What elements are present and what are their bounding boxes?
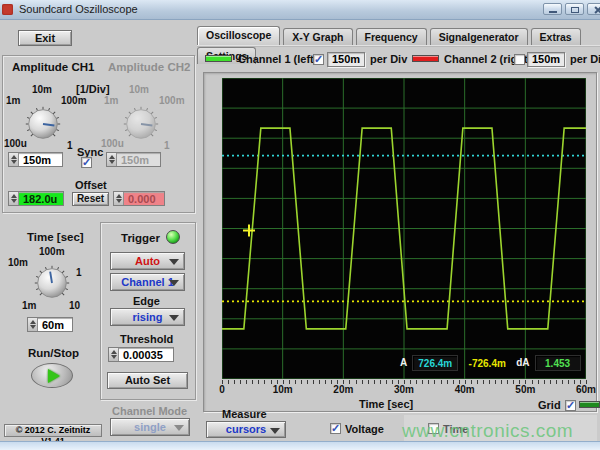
trigger-title: Trigger bbox=[121, 232, 160, 244]
chevron-down-icon bbox=[169, 315, 179, 321]
edge-label: Edge bbox=[133, 295, 160, 307]
chevron-down-icon bbox=[270, 428, 280, 434]
time-knob[interactable] bbox=[31, 262, 73, 304]
amplitude-ch1-knob[interactable] bbox=[22, 103, 64, 145]
tab-strip: Oscilloscope X-Y Graph Frequency Signalg… bbox=[197, 26, 600, 45]
offset-ch1-spinner[interactable] bbox=[9, 192, 19, 205]
ch2-knob-label-1: 1 bbox=[164, 140, 170, 151]
ch2-knob-label-1m: 1m bbox=[104, 95, 118, 106]
x-axis-title: Time [sec] bbox=[359, 398, 413, 410]
ch2-knob-label-10m: 10m bbox=[129, 84, 149, 95]
scope-display-panel: A 726.4m -726.4m dA 1.453 010m20m30m40m5… bbox=[203, 72, 597, 412]
copyright-text: © 2012 C. Zeitnitz V1.41 bbox=[4, 424, 102, 437]
channel1-scale-field[interactable]: 150m bbox=[327, 52, 365, 67]
tab-extras[interactable]: Extras bbox=[531, 28, 581, 45]
tab-signalgenerator[interactable]: Signalgenerator bbox=[430, 28, 528, 45]
run-stop-button[interactable] bbox=[31, 363, 73, 388]
x-axis-tick-label: 0 bbox=[219, 384, 225, 395]
threshold-value[interactable]: 0.00035 bbox=[108, 347, 174, 362]
voltage-checkbox[interactable] bbox=[330, 423, 341, 434]
channel1-label: Channel 1 (left) bbox=[238, 53, 317, 65]
x-axis-tick-label: 30m bbox=[394, 384, 414, 395]
chevron-down-icon bbox=[169, 259, 179, 265]
channel2-color-swatch bbox=[412, 55, 439, 62]
channel2-per-div-label: per Div bbox=[570, 53, 600, 65]
ch2-knob-label-100m: 100m bbox=[159, 95, 185, 106]
amplitude-ch2-title: Amplitude CH2 bbox=[108, 61, 190, 73]
trigger-mode-dropdown[interactable]: Auto bbox=[110, 252, 185, 270]
exit-button[interactable]: Exit bbox=[18, 30, 72, 46]
time-knob-label-100m: 100m bbox=[39, 246, 65, 257]
app-icon bbox=[2, 4, 13, 15]
trigger-led-icon bbox=[166, 230, 180, 244]
x-axis-tick-label: 40m bbox=[455, 384, 475, 395]
offset-label: Offset bbox=[75, 179, 107, 191]
grid-checkbox[interactable] bbox=[565, 400, 576, 411]
ch1-knob-label-1m: 1m bbox=[6, 95, 20, 106]
threshold-spinner[interactable] bbox=[109, 348, 119, 361]
trigger-edge-dropdown[interactable]: rising bbox=[110, 308, 185, 326]
trigger-source-dropdown[interactable]: Channel 1 bbox=[110, 273, 185, 291]
readout-da-label: dA bbox=[516, 357, 529, 368]
x-axis-tick-label: 10m bbox=[273, 384, 293, 395]
readout-a-lower: -726.4m bbox=[463, 355, 511, 371]
offset-ch2-value: 0.000 bbox=[113, 191, 165, 206]
channel-mode-dropdown: single bbox=[110, 418, 190, 436]
ch1-spinner[interactable] bbox=[9, 153, 19, 166]
maximize-icon bbox=[571, 7, 579, 13]
amplitude-ch2-knob[interactable] bbox=[120, 103, 162, 145]
auto-set-button[interactable]: Auto Set bbox=[107, 372, 188, 389]
tab-xy-graph[interactable]: X-Y Graph bbox=[283, 28, 352, 45]
time-spinner[interactable] bbox=[28, 318, 38, 331]
time-title: Time [sec] bbox=[27, 231, 84, 243]
maximize-button[interactable] bbox=[565, 3, 584, 15]
ch1-knob-label-100m: 100m bbox=[61, 95, 87, 106]
measure-mode-dropdown[interactable]: cursors bbox=[206, 421, 286, 438]
channel2-scale-field[interactable]: 150m bbox=[527, 52, 565, 67]
threshold-label: Threshold bbox=[120, 333, 173, 345]
grid-label: Grid bbox=[538, 399, 561, 411]
close-button[interactable] bbox=[587, 3, 600, 15]
readout-a-upper: 726.4m bbox=[412, 355, 458, 371]
channel2-enable-checkbox[interactable] bbox=[514, 54, 525, 65]
amplitude-ch1-value[interactable]: 150m bbox=[8, 152, 63, 167]
minimize-icon bbox=[549, 11, 557, 13]
run-stop-label: Run/Stop bbox=[28, 347, 79, 359]
window-bottom-border bbox=[0, 441, 600, 450]
chevron-down-icon bbox=[174, 425, 184, 431]
amplitude-ch2-value: 150m bbox=[106, 152, 161, 167]
ch1-knob-label-10m: 10m bbox=[32, 84, 52, 95]
x-axis-labels: 010m20m30m40m50m60m bbox=[222, 384, 587, 395]
offset-reset-button[interactable]: Reset bbox=[72, 192, 109, 206]
x-axis-tick-label: 50m bbox=[515, 384, 535, 395]
tab-frequency[interactable]: Frequency bbox=[356, 28, 427, 45]
channel1-per-div-label: per Div bbox=[370, 53, 407, 65]
measure-title: Measure bbox=[222, 408, 267, 420]
minimize-button[interactable] bbox=[543, 3, 562, 15]
time-knob-label-10m: 10m bbox=[8, 257, 28, 268]
sync-checkbox[interactable] bbox=[81, 157, 92, 168]
readout-a-label: A bbox=[400, 357, 407, 368]
channel-mode-label: Channel Mode bbox=[112, 405, 187, 417]
grid-color-swatch bbox=[579, 401, 600, 408]
amplitude-ch1-title: Amplitude CH1 bbox=[12, 61, 94, 73]
offset-ch1-value[interactable]: 182.0u bbox=[8, 191, 64, 206]
time-knob-label-1: 1 bbox=[76, 267, 82, 278]
readout-da-value: 1.453 bbox=[535, 355, 581, 371]
tab-pane-edge bbox=[197, 45, 600, 47]
x-axis-tick-label: 20m bbox=[333, 384, 353, 395]
waveform-chart bbox=[222, 78, 586, 379]
ch1-knob-label-1: 1 bbox=[67, 140, 73, 151]
channel1-color-swatch bbox=[205, 55, 232, 62]
voltage-label: Voltage bbox=[345, 423, 384, 435]
tab-oscilloscope[interactable]: Oscilloscope bbox=[197, 26, 280, 45]
oscilloscope-plot[interactable]: A 726.4m -726.4m dA 1.453 bbox=[222, 78, 586, 379]
chevron-down-icon bbox=[169, 280, 179, 286]
time-value[interactable]: 60m bbox=[27, 317, 73, 332]
x-axis-tick-label: 60m bbox=[576, 384, 596, 395]
channel1-enable-checkbox[interactable] bbox=[313, 54, 324, 65]
window-title: Soundcard Oszilloscope bbox=[19, 3, 138, 15]
cursor-readouts: A 726.4m -726.4m dA 1.453 bbox=[400, 354, 581, 371]
per-div-unit-label: [1/Div] bbox=[76, 83, 110, 95]
watermark-text: www.cntronics.com bbox=[402, 420, 573, 442]
